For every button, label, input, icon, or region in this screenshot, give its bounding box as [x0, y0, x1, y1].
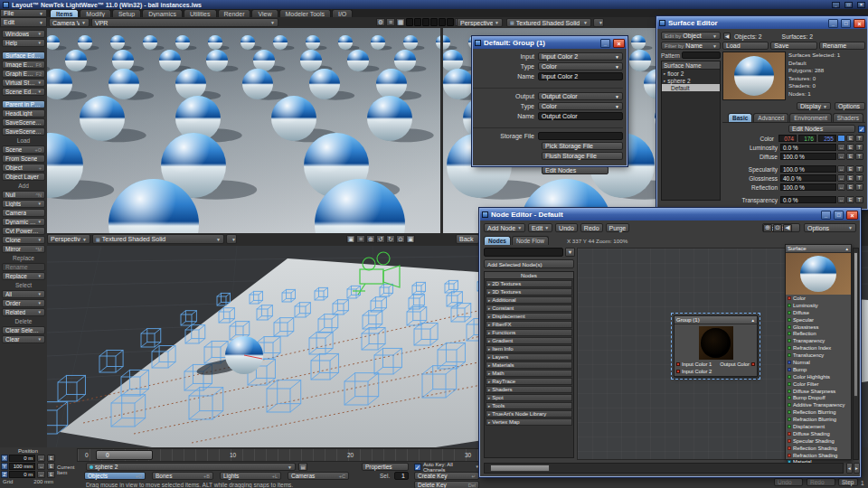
node-category-layers[interactable]: ▸Layers — [486, 353, 572, 361]
tab-shaders[interactable]: Shaders — [833, 113, 863, 122]
h-scrollbar[interactable] — [484, 463, 844, 474]
tab-render[interactable]: Render — [218, 9, 251, 17]
close-button[interactable]: × — [854, 19, 865, 28]
close-button[interactable]: × — [857, 2, 865, 8]
port-dot[interactable] — [788, 339, 791, 343]
node-search-input[interactable] — [484, 248, 563, 257]
render-mode-dropdown-top[interactable]: VPR▼ — [91, 18, 278, 27]
item-list-icon[interactable]: ▤ — [298, 463, 307, 471]
surface-input-reflection-shading[interactable]: Reflection Shading — [786, 445, 851, 452]
port-dot[interactable] — [788, 454, 791, 457]
objects-button[interactable]: Objects+O — [84, 472, 146, 480]
create-key-button[interactable]: Create Key↵ — [414, 472, 479, 480]
surface-row-floor-2[interactable]: ▸floor 2 — [662, 70, 720, 77]
input-port-icon[interactable] — [676, 370, 680, 373]
minislider[interactable]: ↔ — [837, 196, 845, 203]
perspective-dropdown-bottom[interactable]: Perspective▼ — [47, 234, 90, 244]
port-dot[interactable] — [788, 403, 791, 407]
texture-button[interactable]: T — [855, 174, 863, 182]
texture-button[interactable]: T — [855, 183, 863, 191]
surface-prop-value[interactable]: 0.0 % — [780, 196, 836, 203]
surface-row-sphere-2[interactable]: ▸sphere 2 — [662, 77, 720, 84]
edit-by-dropdown[interactable]: Edit by Object▼ — [661, 32, 721, 40]
collapse-left-icon[interactable]: ◀ — [783, 224, 792, 232]
surface-input-reflection[interactable]: Reflection — [786, 330, 851, 337]
undo-button[interactable]: Undo — [555, 223, 578, 232]
node-category-materials[interactable]: ▸Materials — [486, 361, 572, 369]
surface-input-reflection-blurring[interactable]: Reflection Blurring — [786, 408, 851, 416]
sidebar-item-object-layer[interactable]: Object Layer — [2, 173, 45, 181]
surface-input-displacement[interactable]: Displacement — [786, 423, 851, 430]
undo-button[interactable]: Undo — [774, 478, 803, 486]
node-category-gradient[interactable]: ▸Gradient — [486, 337, 572, 344]
node-editor-titlebar[interactable]: Node Editor - Default _ □ × — [480, 209, 860, 221]
surface-input-specular-shading[interactable]: Specular Shading — [786, 437, 851, 445]
position-x-field[interactable]: 0 m — [9, 455, 35, 462]
frame-slot[interactable] — [414, 18, 421, 26]
surface-input-color-highlights[interactable]: Color Highlights — [786, 373, 851, 380]
surface-input-refraction-index[interactable]: Refraction Index — [786, 344, 851, 352]
type-dropdown[interactable]: Color▼ — [538, 102, 623, 110]
surface-input-color-filter[interactable]: Color Filter — [786, 380, 851, 388]
sidebar-item-graph-editor[interactable]: Graph EditorF2 — [2, 70, 45, 78]
edit-nodes-checkbox[interactable]: ✓ — [858, 126, 865, 133]
camera-view-dropdown[interactable]: Camera View▼ — [49, 18, 90, 27]
surface-prop-value[interactable]: 0.0 % — [780, 144, 836, 151]
surface-prop-value[interactable]: 100.0 % — [780, 153, 836, 160]
perspective-dropdown-topright[interactable]: Perspective▼ — [457, 18, 503, 27]
node-category-constant[interactable]: ▸Constant — [486, 305, 572, 312]
minislider[interactable]: ↔ — [37, 455, 45, 462]
envelope-button[interactable]: E — [846, 196, 854, 203]
color-swatch[interactable] — [837, 135, 845, 142]
sidebar-item-help[interactable]: Help▼ — [2, 39, 45, 47]
scroll-right-icon[interactable]: ▸ — [854, 463, 860, 474]
sidebar-item-clear[interactable]: Clear▼ — [2, 335, 45, 343]
sidebar-item-camera[interactable]: Camera — [2, 209, 45, 217]
port-dot[interactable] — [788, 325, 791, 329]
step-button[interactable]: Step — [838, 478, 858, 486]
surface-input-color[interactable]: Color — [786, 295, 851, 302]
frame-slot[interactable] — [447, 18, 454, 26]
purge-button[interactable]: Purge — [606, 223, 630, 232]
envelope-button[interactable]: E — [846, 153, 854, 160]
rotate-left-icon[interactable]: ↺ — [376, 235, 385, 243]
port-dot[interactable] — [788, 410, 791, 414]
surface-input-refraction-shading[interactable]: Refraction Shading — [786, 452, 851, 459]
surface-input-transparency[interactable]: Transparency — [786, 337, 851, 344]
gear-icon[interactable]: ⚙ — [376, 18, 385, 26]
surface-input-diffuse[interactable]: Diffuse — [786, 309, 851, 316]
port-dot[interactable] — [788, 296, 791, 300]
texture-button[interactable]: T — [855, 144, 863, 151]
surface-prop-value[interactable]: 100.0 % — [780, 183, 836, 191]
load-button[interactable]: Load — [722, 42, 769, 50]
minislider[interactable]: ↔ — [837, 153, 845, 160]
minislider[interactable]: ↔ — [37, 471, 45, 478]
surface-input-translucency[interactable]: Translucency — [786, 352, 851, 359]
node-category-math[interactable]: ▸Math — [486, 370, 572, 377]
texture-button[interactable]: T — [855, 165, 863, 173]
pick-storage-file-button[interactable]: Pick Storage File — [542, 142, 623, 150]
sidebar-item-replace[interactable]: Replace▼ — [2, 272, 45, 280]
rotate-right-icon[interactable]: ↻ — [386, 235, 395, 243]
pattern-input[interactable] — [682, 52, 721, 59]
tab-nodes[interactable]: Nodes — [484, 236, 511, 245]
input-port-icon[interactable] — [676, 362, 680, 366]
filter-by-dropdown[interactable]: Filter by Name▼ — [661, 42, 721, 50]
surface-input-bump[interactable]: Bump — [786, 366, 851, 373]
port-dot[interactable] — [788, 425, 791, 428]
minislider[interactable]: ↔ — [837, 174, 845, 182]
close-button[interactable]: × — [846, 211, 858, 220]
pan-icon[interactable]: ⊕ — [763, 224, 772, 232]
minimize-button[interactable]: _ — [821, 211, 831, 220]
surface-input-glossiness[interactable]: Glossiness — [786, 324, 851, 331]
port-dot[interactable] — [788, 311, 791, 314]
sidebar-item-clone[interactable]: Clone▼ — [2, 236, 45, 244]
delete-key-button[interactable]: Delete KeyDel — [414, 481, 479, 488]
sidebar-item-clear-selected[interactable]: Clear Selected — [2, 326, 45, 334]
tab-i-o[interactable]: I/O — [332, 9, 353, 17]
maximize-button[interactable]: □ — [834, 211, 844, 220]
color-r-field[interactable]: 074 — [778, 135, 797, 142]
sidebar-item-savesceneandal[interactable]: SaveSceneAndAL... — [2, 127, 45, 136]
tab-dynamics[interactable]: Dynamics — [142, 9, 183, 17]
surface-prop-value[interactable]: 100.0 % — [780, 165, 836, 173]
